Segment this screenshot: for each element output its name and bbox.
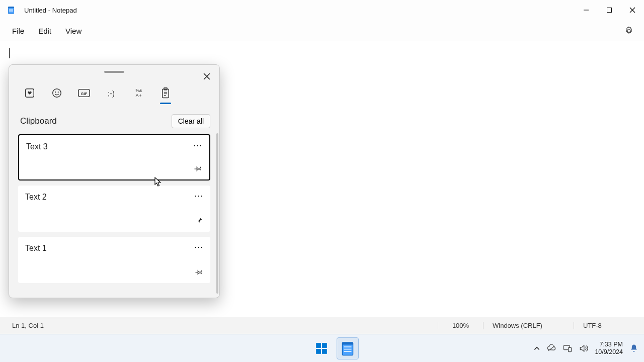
status-position: Ln 1, Col 1 [0, 322, 53, 329]
clipboard-item[interactable]: Text 2 ··· [18, 186, 210, 232]
pin-outline-icon [195, 268, 203, 276]
clipboard-panel: GIF ;-) % & A + Clipboard Clear all Text… [9, 64, 220, 298]
start-button[interactable] [310, 337, 333, 359]
item-more-button[interactable]: ··· [193, 140, 202, 151]
kaomoji-icon: ;-) [108, 89, 115, 98]
minimize-button[interactable] [575, 0, 598, 20]
tab-gif[interactable]: GIF [76, 84, 92, 102]
svg-rect-11 [316, 349, 321, 354]
title-bar: Untitled - Notepad [0, 0, 644, 20]
taskbar: 7:33 PM 10/9/2024 [0, 334, 644, 362]
system-tray: 7:33 PM 10/9/2024 [533, 341, 644, 356]
panel-scrollbar[interactable] [216, 133, 218, 294]
tray-date: 10/9/2024 [595, 348, 623, 356]
clear-all-button[interactable]: Clear all [172, 114, 210, 128]
maximize-button[interactable] [598, 0, 621, 20]
svg-text:+: + [139, 94, 142, 98]
svg-text:GIF: GIF [81, 92, 88, 96]
taskbar-clock[interactable]: 7:33 PM 10/9/2024 [595, 341, 623, 356]
svg-text:A: A [136, 93, 139, 98]
clipboard-title: Clipboard [20, 116, 57, 126]
panel-close-button[interactable] [199, 69, 214, 84]
status-bar: Ln 1, Col 1 100% Windows (CRLF) UTF-8 [0, 317, 644, 334]
svg-point-24 [53, 89, 61, 98]
tab-kaomoji[interactable]: ;-) [104, 84, 119, 102]
clipboard-item[interactable]: Text 1 ··· [18, 237, 210, 283]
volume-icon[interactable] [579, 343, 589, 353]
tab-symbols[interactable]: % & A + [131, 84, 146, 102]
svg-rect-12 [322, 349, 327, 354]
pin-filled-icon [195, 217, 203, 225]
tab-emoji[interactable] [49, 84, 64, 102]
menu-bar: File Edit View [0, 20, 644, 41]
notifications-icon[interactable] [629, 343, 639, 353]
item-pin-button[interactable] [194, 164, 202, 174]
svg-rect-14 [343, 342, 353, 345]
item-more-button[interactable]: ··· [194, 191, 203, 201]
status-zoom: 100% [438, 322, 483, 329]
tab-clipboard[interactable] [158, 84, 173, 102]
svg-rect-9 [316, 343, 321, 348]
status-encoding: UTF-8 [574, 322, 644, 329]
svg-point-25 [55, 92, 56, 93]
gear-icon [624, 26, 633, 35]
panel-tabs: GIF ;-) % & A + [9, 73, 219, 104]
svg-text:&: & [139, 88, 142, 93]
menu-view[interactable]: View [58, 24, 89, 38]
menu-edit[interactable]: Edit [31, 24, 58, 38]
more-icon: ··· [194, 242, 203, 252]
status-line-ending: Windows (CRLF) [483, 322, 574, 329]
close-icon [203, 73, 210, 80]
clipboard-item-text: Text 1 [25, 244, 203, 253]
svg-rect-33 [163, 89, 169, 98]
clipboard-item-text: Text 2 [25, 193, 203, 202]
svg-rect-1 [8, 7, 14, 8]
tray-time: 7:33 PM [595, 341, 623, 348]
item-more-button[interactable]: ··· [194, 242, 203, 252]
svg-rect-20 [569, 347, 572, 351]
clipboard-item-text: Text 3 [26, 142, 202, 151]
item-pin-button[interactable] [195, 268, 203, 278]
menu-file[interactable]: File [5, 24, 31, 38]
svg-rect-6 [607, 8, 612, 13]
item-pin-button[interactable] [195, 217, 203, 227]
close-button[interactable] [621, 0, 644, 20]
gif-icon: GIF [78, 88, 90, 98]
window-title: Untitled - Notepad [24, 7, 77, 14]
svg-point-26 [58, 92, 59, 93]
more-icon: ··· [194, 191, 203, 201]
text-caret [9, 48, 10, 58]
notepad-icon [341, 341, 354, 356]
pin-outline-icon [194, 164, 202, 172]
devices-icon[interactable] [562, 343, 573, 353]
svg-rect-10 [322, 343, 327, 348]
tray-chevron-up-icon[interactable] [533, 345, 540, 352]
taskbar-notepad[interactable] [337, 337, 359, 359]
settings-button[interactable] [619, 21, 639, 41]
symbols-icon: % & A + [133, 87, 144, 99]
clipboard-icon [160, 87, 171, 99]
emoji-icon [51, 87, 62, 99]
sticker-heart-icon [24, 87, 35, 99]
notepad-app-icon [7, 6, 15, 14]
clipboard-item[interactable]: Text 3 ··· [18, 134, 210, 180]
windows-icon [315, 342, 328, 355]
clipboard-items: Text 3 ··· Text 2 ··· Text 1 ··· [9, 133, 219, 297]
tab-recent[interactable] [22, 84, 37, 102]
onedrive-icon[interactable] [546, 343, 556, 353]
more-icon: ··· [193, 140, 202, 150]
